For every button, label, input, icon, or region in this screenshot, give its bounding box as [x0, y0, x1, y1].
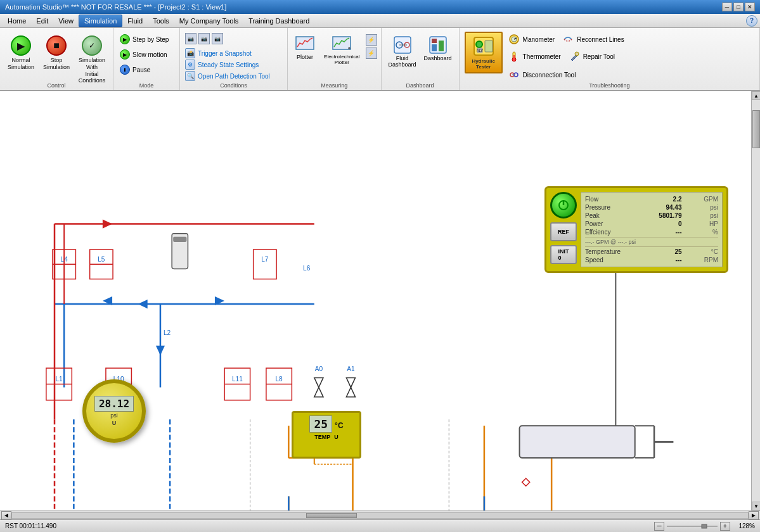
pressure-gauge-instrument: 28.12 psi U	[82, 379, 146, 443]
h-scroll-track[interactable]	[11, 512, 749, 519]
menu-simulation[interactable]: Simulation	[79, 15, 122, 27]
pressure-unit: psi	[699, 204, 718, 211]
zoom-section: ─ + 128%	[654, 522, 755, 531]
repair-tool-btn[interactable]: Repair Tool	[565, 49, 617, 64]
manometer-btn[interactable]: Manometer	[505, 32, 558, 47]
scroll-up-btn[interactable]: ▲	[752, 91, 760, 100]
peak-row: Peak 5801.79 psi	[585, 212, 718, 220]
trigger-snapshot-link[interactable]: 📸 Trigger a Snapshot	[185, 48, 270, 58]
hyd-tester-ref-btn[interactable]: REF	[550, 222, 577, 241]
menu-tools[interactable]: Tools	[148, 15, 174, 27]
dashboard-label: Dashboard	[382, 82, 459, 89]
step-by-step-icon: ▶	[120, 34, 130, 44]
restore-btn[interactable]: □	[733, 3, 744, 11]
svg-rect-40	[254, 250, 276, 279]
simulation-initial-conditions-btn[interactable]: ✓ Simulation WithInitial Conditions	[75, 33, 109, 87]
hyd-tester-init-btn[interactable]: INIT0	[550, 245, 577, 264]
flow-row: Flow 2.2 GPM	[585, 195, 718, 203]
disconnection-tool-btn[interactable]: Disconnection Tool	[505, 67, 579, 82]
electrotechnical-plotter-btn[interactable]: ElectrotechnicalPlotter	[321, 33, 363, 67]
hyd-tester-display: Flow 2.2 GPM Pressure 94.43 psi Peak 580…	[581, 192, 723, 267]
h-scroll-thumb[interactable]	[306, 513, 357, 518]
svg-rect-11	[432, 39, 437, 43]
minimize-btn[interactable]: ─	[722, 3, 732, 11]
svg-rect-135	[667, 526, 718, 527]
speed-value: ---	[647, 256, 682, 263]
main-canvas[interactable]: L4 L5 L7 L6 L2 L1 L10	[0, 91, 760, 510]
open-path-icon: 🔍	[185, 71, 195, 81]
svg-text:L7: L7	[261, 256, 269, 263]
cond-icon-3: 📷	[212, 33, 223, 44]
ribbon-conditions-section: 📷 📷 📷 📸 Trigger a Snapshot ⚙ Steady Stat…	[180, 28, 288, 90]
pause-icon: ⏸	[120, 65, 130, 75]
ribbon-measuring-section: Plotter ElectrotechnicalPlotter ⚡ ⚡	[288, 28, 381, 90]
snapshot-icon: 📸	[185, 48, 195, 58]
ribbon-control-section: ▶ NormalSimulation ■ StopSimulation ✓ Si…	[0, 28, 113, 90]
horizontal-scrollbar[interactable]: ◄ ►	[0, 510, 760, 519]
zoom-in-btn[interactable]: +	[720, 522, 730, 531]
help-button[interactable]: ?	[746, 15, 757, 27]
control-label: Control	[0, 82, 113, 89]
pause-label: Pause	[132, 66, 150, 73]
thermometer-value: 25	[309, 415, 332, 433]
power-value: 0	[647, 220, 682, 227]
svg-point-23	[575, 52, 579, 56]
thermometer-display: 25 °C	[309, 415, 343, 433]
power-row: Power 0 HP	[585, 220, 718, 228]
svg-marker-66	[346, 388, 355, 397]
stop-simulation-btn[interactable]: ■ StopSimulation	[39, 33, 74, 73]
disconnection-tool-icon	[508, 68, 520, 81]
menu-edit[interactable]: Edit	[31, 15, 53, 27]
vertical-scrollbar[interactable]: ▲ ▼	[751, 91, 760, 510]
temperature-row: Temperature 25 °C	[585, 248, 718, 256]
scroll-left-btn[interactable]: ◄	[1, 511, 11, 520]
pause-btn[interactable]: ⏸ Pause	[117, 63, 171, 76]
manometer-icon	[508, 33, 520, 46]
normal-simulation-btn[interactable]: ▶ NormalSimulation	[4, 33, 38, 73]
pressure-row: Pressure 94.43 psi	[585, 203, 718, 212]
zoom-out-btn[interactable]: ─	[654, 522, 664, 531]
slow-motion-btn[interactable]: ▶ Slow motion	[117, 48, 171, 61]
dashboard-btn[interactable]: Dashboard	[421, 33, 455, 63]
hyd-tester-power-btn[interactable]	[550, 192, 577, 218]
step-by-step-btn[interactable]: ▶ Step by Step	[117, 33, 171, 46]
scroll-right-btn[interactable]: ►	[749, 511, 759, 520]
power-unit: HP	[699, 220, 718, 227]
menu-fluid[interactable]: Fluid	[122, 15, 148, 27]
cond-icon-2: 📷	[198, 33, 210, 44]
zoom-level: 128%	[733, 522, 755, 529]
scroll-down-btn[interactable]: ▼	[752, 502, 760, 510]
thermometer-btn[interactable]: Thermometer	[505, 49, 564, 64]
gauge-label: U	[112, 420, 117, 426]
svg-text:A1: A1	[347, 365, 355, 372]
stop-simulation-icon: ■	[46, 35, 67, 56]
plotter-btn[interactable]: Plotter	[292, 33, 318, 62]
close-btn[interactable]: ✕	[745, 3, 755, 11]
efficiency-row: Effciency --- %	[585, 228, 718, 236]
steady-state-link[interactable]: ⚙ Steady State Settings	[185, 60, 270, 70]
temp-label: TEMP	[314, 434, 330, 440]
hydraulic-tester-ribbon-btn[interactable]: REF HydraulicTester	[465, 32, 503, 73]
svg-marker-39	[103, 219, 112, 228]
menu-view[interactable]: View	[53, 15, 79, 27]
zoom-slider[interactable]	[667, 522, 718, 530]
svg-rect-10	[439, 41, 444, 51]
plotter-icon	[295, 35, 315, 53]
menu-home[interactable]: Home	[3, 15, 31, 27]
menu-training-dashboard[interactable]: Training Dashboard	[243, 15, 314, 27]
normal-simulation-icon: ▶	[11, 35, 31, 56]
fluid-dashboard-btn[interactable]: FluidDashboard	[385, 33, 420, 70]
menu-company-tools[interactable]: My Company Tools	[174, 15, 243, 27]
reconnect-lines-btn[interactable]: Reconnect Lines	[559, 32, 627, 47]
open-path-link[interactable]: 🔍 Open Path Detection Tool	[185, 71, 270, 81]
ribbon-mode-section: ▶ Step by Step ▶ Slow motion ⏸ Pause Mod…	[113, 28, 180, 90]
pressure-value: 94.43	[647, 204, 682, 211]
therm-u-label: U	[334, 434, 338, 440]
troubleshooting-label: Troubleshooting	[460, 82, 759, 89]
svg-text:L5: L5	[98, 256, 105, 263]
svg-rect-136	[702, 524, 707, 528]
hydraulic-tester-instrument: REF INIT0 Flow 2.2 GPM Pressure 94.43 ps…	[544, 186, 728, 273]
svg-rect-9	[432, 44, 437, 51]
step-by-step-label: Step by Step	[132, 36, 169, 43]
scroll-thumb[interactable]	[752, 110, 760, 148]
